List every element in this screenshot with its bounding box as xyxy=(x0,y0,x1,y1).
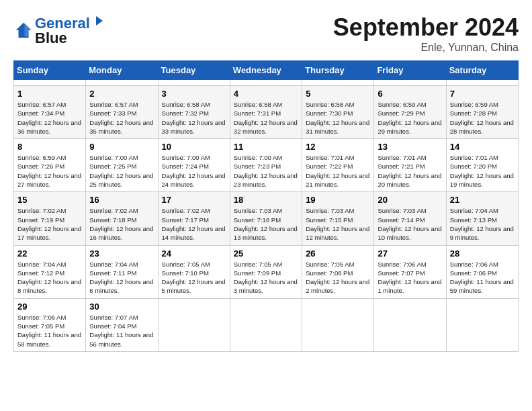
calendar-week-row: 8Sunrise: 6:59 AMSunset: 7:26 PMDaylight… xyxy=(14,139,519,192)
day-number: 14 xyxy=(450,142,515,152)
calendar-week-row: 1Sunrise: 6:57 AMSunset: 7:34 PMDaylight… xyxy=(14,86,519,139)
day-info: Sunrise: 7:01 AMSunset: 7:21 PMDaylight:… xyxy=(378,153,442,189)
day-info: Sunrise: 6:57 AMSunset: 7:34 PMDaylight:… xyxy=(17,100,82,136)
day-info: Sunrise: 7:00 AMSunset: 7:24 PMDaylight:… xyxy=(162,153,226,189)
calendar-day-cell: 26Sunrise: 7:05 AMSunset: 7:08 PMDayligh… xyxy=(302,245,374,298)
calendar-day-cell xyxy=(302,80,374,86)
day-info: Sunrise: 7:04 AMSunset: 7:13 PMDaylight:… xyxy=(450,206,515,242)
calendar-week-row: 15Sunrise: 7:02 AMSunset: 7:19 PMDayligh… xyxy=(14,192,519,245)
calendar-day-cell xyxy=(446,80,518,86)
weekday-header: Sunday xyxy=(14,61,86,80)
day-info: Sunrise: 6:59 AMSunset: 7:29 PMDaylight:… xyxy=(378,100,442,136)
day-info: Sunrise: 7:03 AMSunset: 7:15 PMDaylight:… xyxy=(306,206,370,242)
day-info: Sunrise: 7:04 AMSunset: 7:12 PMDaylight:… xyxy=(17,260,82,295)
calendar-day-cell: 9Sunrise: 7:00 AMSunset: 7:25 PMDaylight… xyxy=(86,139,158,192)
day-number: 30 xyxy=(89,302,154,312)
calendar-day-cell: 15Sunrise: 7:02 AMSunset: 7:19 PMDayligh… xyxy=(14,192,86,245)
calendar-day-cell: 6Sunrise: 6:59 AMSunset: 7:29 PMDaylight… xyxy=(374,86,446,139)
calendar-day-cell: 8Sunrise: 6:59 AMSunset: 7:26 PMDaylight… xyxy=(14,139,86,192)
calendar-day-cell xyxy=(446,298,518,351)
calendar-day-cell: 2Sunrise: 6:57 AMSunset: 7:33 PMDaylight… xyxy=(86,86,158,139)
day-number: 22 xyxy=(17,248,82,259)
calendar-day-cell xyxy=(14,80,86,86)
day-number: 9 xyxy=(89,142,154,152)
day-info: Sunrise: 7:05 AMSunset: 7:10 PMDaylight:… xyxy=(162,260,226,295)
calendar-day-cell: 28Sunrise: 7:06 AMSunset: 7:06 PMDayligh… xyxy=(446,245,518,298)
weekday-header: Friday xyxy=(374,61,446,80)
day-info: Sunrise: 7:02 AMSunset: 7:18 PMDaylight:… xyxy=(89,206,154,242)
day-info: Sunrise: 7:06 AMSunset: 7:05 PMDaylight:… xyxy=(17,313,82,349)
day-number: 16 xyxy=(89,195,154,205)
day-info: Sunrise: 7:03 AMSunset: 7:14 PMDaylight:… xyxy=(378,206,442,242)
day-number: 15 xyxy=(17,195,82,205)
calendar-week-row: 22Sunrise: 7:04 AMSunset: 7:12 PMDayligh… xyxy=(14,245,519,298)
svg-marker-0 xyxy=(16,23,32,38)
day-number: 26 xyxy=(306,248,370,259)
weekday-header: Monday xyxy=(86,61,158,80)
day-info: Sunrise: 7:01 AMSunset: 7:20 PMDaylight:… xyxy=(450,153,515,189)
title-block: September 2024 Enle, Yunnan, China xyxy=(333,13,519,54)
day-info: Sunrise: 6:58 AMSunset: 7:30 PMDaylight:… xyxy=(306,100,370,136)
weekday-header: Thursday xyxy=(302,61,374,80)
calendar-day-cell: 21Sunrise: 7:04 AMSunset: 7:13 PMDayligh… xyxy=(446,192,518,245)
calendar-table: SundayMondayTuesdayWednesdayThursdayFrid… xyxy=(13,60,519,352)
day-number: 23 xyxy=(89,248,154,259)
day-number: 27 xyxy=(378,248,442,259)
calendar-day-cell xyxy=(230,80,302,86)
calendar-day-cell: 22Sunrise: 7:04 AMSunset: 7:12 PMDayligh… xyxy=(14,245,86,298)
day-info: Sunrise: 6:59 AMSunset: 7:28 PMDaylight:… xyxy=(450,100,515,136)
calendar-day-cell: 1Sunrise: 6:57 AMSunset: 7:34 PMDaylight… xyxy=(14,86,86,139)
day-info: Sunrise: 7:05 AMSunset: 7:09 PMDaylight:… xyxy=(234,260,298,295)
logo: General Blue xyxy=(13,13,106,47)
weekday-header: Saturday xyxy=(446,61,518,80)
calendar-day-cell xyxy=(158,80,230,86)
calendar-week-row: 29Sunrise: 7:06 AMSunset: 7:05 PMDayligh… xyxy=(14,298,519,351)
day-number: 4 xyxy=(234,89,298,99)
logo-icon xyxy=(13,20,34,40)
day-info: Sunrise: 7:00 AMSunset: 7:25 PMDaylight:… xyxy=(89,153,154,189)
calendar-day-cell: 4Sunrise: 6:58 AMSunset: 7:31 PMDaylight… xyxy=(230,86,302,139)
day-info: Sunrise: 7:07 AMSunset: 7:04 PMDaylight:… xyxy=(89,313,154,349)
calendar-day-cell xyxy=(302,298,374,351)
month-title: September 2024 xyxy=(333,13,519,42)
logo-arrow xyxy=(91,13,105,28)
day-number: 3 xyxy=(162,89,226,99)
day-number: 12 xyxy=(306,142,370,152)
weekday-header: Wednesday xyxy=(230,61,302,80)
calendar-day-cell: 18Sunrise: 7:03 AMSunset: 7:16 PMDayligh… xyxy=(230,192,302,245)
calendar-day-cell: 27Sunrise: 7:06 AMSunset: 7:07 PMDayligh… xyxy=(374,245,446,298)
location: Enle, Yunnan, China xyxy=(333,42,519,54)
day-number: 11 xyxy=(234,142,298,152)
day-info: Sunrise: 7:04 AMSunset: 7:11 PMDaylight:… xyxy=(89,260,154,295)
day-info: Sunrise: 7:06 AMSunset: 7:06 PMDaylight:… xyxy=(450,260,515,295)
calendar-day-cell: 5Sunrise: 6:58 AMSunset: 7:30 PMDaylight… xyxy=(302,86,374,139)
calendar-day-cell: 19Sunrise: 7:03 AMSunset: 7:15 PMDayligh… xyxy=(302,192,374,245)
calendar-day-cell xyxy=(374,298,446,351)
calendar-day-cell: 25Sunrise: 7:05 AMSunset: 7:09 PMDayligh… xyxy=(230,245,302,298)
day-info: Sunrise: 6:59 AMSunset: 7:26 PMDaylight:… xyxy=(17,153,82,189)
calendar-week-row xyxy=(14,80,519,86)
day-number: 21 xyxy=(450,195,515,205)
day-number: 25 xyxy=(234,248,298,259)
day-number: 5 xyxy=(306,89,370,99)
calendar-day-cell: 23Sunrise: 7:04 AMSunset: 7:11 PMDayligh… xyxy=(86,245,158,298)
day-info: Sunrise: 7:00 AMSunset: 7:23 PMDaylight:… xyxy=(234,153,298,189)
day-number: 8 xyxy=(17,142,82,152)
calendar-day-cell: 17Sunrise: 7:02 AMSunset: 7:17 PMDayligh… xyxy=(158,192,230,245)
day-number: 1 xyxy=(17,89,82,99)
calendar-day-cell: 3Sunrise: 6:58 AMSunset: 7:32 PMDaylight… xyxy=(158,86,230,139)
day-info: Sunrise: 6:58 AMSunset: 7:32 PMDaylight:… xyxy=(162,100,226,136)
day-number: 24 xyxy=(162,248,226,259)
day-number: 20 xyxy=(378,195,442,205)
calendar-day-cell xyxy=(86,80,158,86)
calendar-day-cell: 12Sunrise: 7:01 AMSunset: 7:22 PMDayligh… xyxy=(302,139,374,192)
day-info: Sunrise: 7:03 AMSunset: 7:16 PMDaylight:… xyxy=(234,206,298,242)
day-info: Sunrise: 7:02 AMSunset: 7:17 PMDaylight:… xyxy=(162,206,226,242)
calendar-day-cell: 10Sunrise: 7:00 AMSunset: 7:24 PMDayligh… xyxy=(158,139,230,192)
day-info: Sunrise: 7:06 AMSunset: 7:07 PMDaylight:… xyxy=(378,260,442,295)
calendar-day-cell: 7Sunrise: 6:59 AMSunset: 7:28 PMDaylight… xyxy=(446,86,518,139)
day-info: Sunrise: 7:01 AMSunset: 7:22 PMDaylight:… xyxy=(306,153,370,189)
day-info: Sunrise: 7:02 AMSunset: 7:19 PMDaylight:… xyxy=(17,206,82,242)
day-info: Sunrise: 7:05 AMSunset: 7:08 PMDaylight:… xyxy=(306,260,370,295)
calendar-day-cell xyxy=(374,80,446,86)
